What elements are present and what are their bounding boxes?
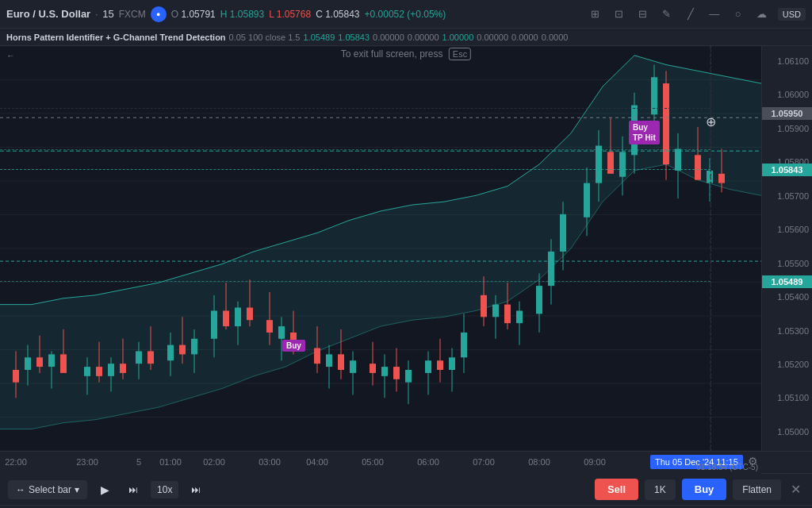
select-bar-button[interactable]: ↔ Select bar ▾ <box>8 480 87 499</box>
play-button[interactable]: ▶ <box>94 479 116 501</box>
toolbar-icon-minus[interactable]: — <box>707 6 722 22</box>
chart-canvas-container[interactable]: Buy BuyTP Hit ← ⊕ <box>0 46 761 451</box>
price-axis: 1.05950 1.05843 1.05489 1.06100 1.06000 … <box>761 46 812 451</box>
step-button[interactable]: ⏭ <box>122 479 144 501</box>
price-label-7: 1.05400 <box>761 290 812 304</box>
toolbar-icon-cloud[interactable]: ☁ <box>754 6 770 22</box>
period-toolbar: TV 1D 5D 1M 3M 6M YTD 1Y 5Y All ⇄ <box>0 505 812 508</box>
price-label-4: 1.05700 <box>761 189 812 203</box>
currency-selector[interactable]: USD <box>778 8 806 21</box>
toolbar-icon-draw[interactable]: ✎ <box>659 6 675 22</box>
ind-val-5: 1.00000 <box>442 33 474 42</box>
broker-label: FXCM <box>119 9 146 20</box>
crosshair-price-badge: 1.05950 <box>762 107 812 120</box>
price-label-11: 1.05000 <box>761 425 812 439</box>
toolbar-icon-circle[interactable]: ○ <box>730 6 746 22</box>
indicator-name: Horns Pattern Identifier + G-Channel Tre… <box>6 33 226 42</box>
mini-back-btn[interactable]: ← <box>3 49 18 62</box>
ind-val-6: 0.00000 <box>477 33 508 42</box>
header-tools: ⊞ ⊡ ⊟ ✎ ╱ — ○ ☁ USD <box>588 6 806 22</box>
time-axis: Thu 05 Dec '24 11:15 ⚙ 01:18:54 (UTC-5) <box>0 451 812 473</box>
ohlc-prices: O 1.05791 H 1.05893 L 1.05768 C 1.05843 … <box>171 9 446 20</box>
price-label-8: 1.05300 <box>761 324 812 338</box>
indicator-bar: Horns Pattern Identifier + G-Channel Tre… <box>0 29 812 46</box>
position-price-badge: 1.05489 <box>762 275 812 288</box>
price-label-10: 1.05100 <box>761 391 812 405</box>
bottom-toolbar: ↔ Select bar ▾ ▶ ⏭ 10x ⏭ Sell 1K <box>0 473 812 505</box>
chart-area: Buy BuyTP Hit ← ⊕ 1.05950 <box>0 46 812 451</box>
indicator-button[interactable]: ● <box>151 6 167 22</box>
symbol-name: Euro / U.S. Dollar <box>6 8 90 20</box>
select-bar-chevron: ▾ <box>75 484 79 495</box>
toolbar-icon-1[interactable]: ⊞ <box>588 6 603 22</box>
toolbar-icon-line[interactable]: ╱ <box>683 6 699 22</box>
chart-header: Euro / U.S. Dollar · 15 FXCM ● O 1.05791… <box>0 0 812 29</box>
buy-tp-hit-label: BuyTP Hit <box>629 121 660 144</box>
price-label-1: 1.06000 <box>761 87 812 102</box>
skip-end-button[interactable]: ⏭ <box>185 479 207 501</box>
timestamp: 01:18:54 (UTC-5) <box>696 463 758 471</box>
crosshair-target: ⊕ <box>706 114 716 129</box>
price-label-6: 1.05500 <box>761 256 812 271</box>
ind-val-8: 0.0000 <box>542 33 569 42</box>
ind-val-7: 0.0000 <box>511 33 538 42</box>
speed-selector[interactable]: 10x <box>151 481 178 498</box>
select-bar-label: Select bar <box>29 484 71 495</box>
price-label-5: 1.05600 <box>761 222 812 237</box>
crosshair-vertical <box>710 46 711 451</box>
flatten-button[interactable]: Flatten <box>733 479 781 500</box>
ind-val-3: 0.00000 <box>373 33 404 42</box>
indicator-params: 0.05 100 close 1.5 <box>229 33 301 42</box>
select-bar-icon: ↔ <box>16 484 25 495</box>
quantity-button[interactable]: 1K <box>645 479 676 500</box>
toolbar-icon-3[interactable]: ⊟ <box>635 6 651 22</box>
sell-button[interactable]: Sell <box>595 479 638 500</box>
timeframe-label: 15 <box>102 8 113 20</box>
ind-val-4: 0.00000 <box>408 33 439 42</box>
close-button[interactable]: ✕ <box>787 479 804 500</box>
price-label-0: 1.06100 <box>761 54 812 68</box>
price-label-2: 1.05900 <box>761 121 812 136</box>
toolbar-icon-2[interactable]: ⊡ <box>611 6 627 22</box>
ind-val-1: 1.05489 <box>303 33 335 42</box>
current-price-badge: 1.05843 <box>762 164 812 176</box>
buy-button[interactable]: Buy <box>682 479 727 500</box>
chart-mini-toolbar: ← <box>3 49 18 62</box>
price-label-9: 1.05200 <box>761 357 812 371</box>
buy-signal-label: Buy <box>282 340 305 352</box>
ind-val-2: 1.05843 <box>338 33 370 42</box>
